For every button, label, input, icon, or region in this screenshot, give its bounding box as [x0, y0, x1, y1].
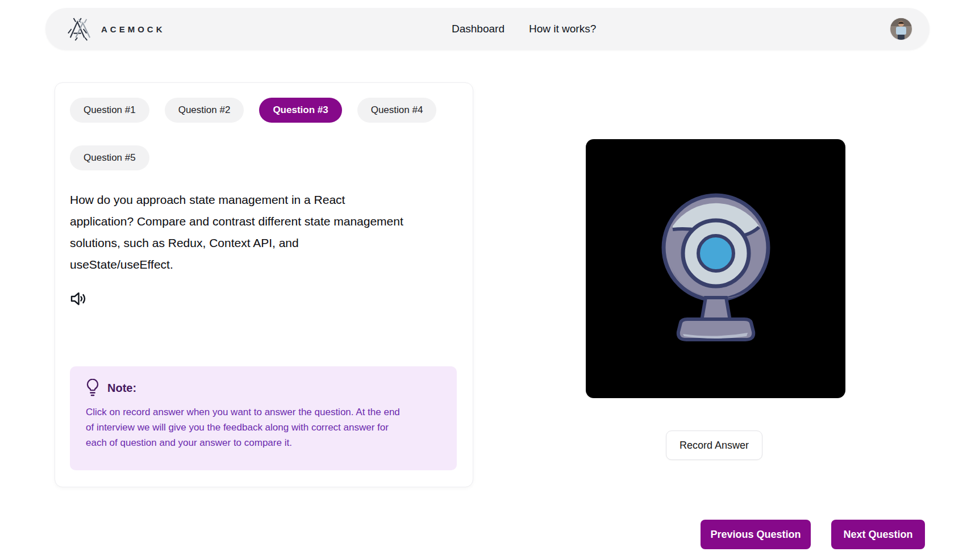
question-tab-5[interactable]: Question #5	[70, 145, 149, 170]
record-answer-button[interactable]: Record Answer	[666, 431, 762, 460]
question-tab-1[interactable]: Question #1	[70, 98, 149, 123]
question-card: Question #1 Question #2 Question #3 Ques…	[55, 82, 473, 487]
note-box: Note: Click on record answer when you wa…	[70, 366, 457, 470]
nav-link-dashboard[interactable]: Dashboard	[452, 23, 505, 35]
read-aloud-button[interactable]	[70, 291, 87, 307]
note-body: Click on record answer when you want to …	[86, 404, 441, 450]
navbar: ACEMOCK Dashboard How it works?	[45, 8, 930, 50]
question-tab-3[interactable]: Question #3	[259, 98, 341, 123]
mountain-logo-icon	[65, 17, 94, 41]
speaker-icon	[70, 291, 87, 307]
webcam-icon	[658, 191, 774, 346]
brand-logo[interactable]: ACEMOCK	[65, 17, 165, 41]
question-text: How do you approach state management in …	[70, 189, 458, 275]
nav-link-how-it-works[interactable]: How it works?	[529, 23, 596, 35]
question-tab-4[interactable]: Question #4	[357, 98, 437, 123]
next-question-button[interactable]: Next Question	[831, 520, 925, 549]
note-header: Note:	[86, 379, 441, 397]
webcam-panel	[586, 139, 845, 398]
note-title: Note:	[107, 382, 136, 395]
question-tab-2[interactable]: Question #2	[165, 98, 244, 123]
user-avatar[interactable]	[890, 18, 912, 40]
nav-links: Dashboard How it works?	[452, 8, 596, 50]
brand-name: ACEMOCK	[101, 24, 165, 34]
previous-question-button[interactable]: Previous Question	[701, 520, 811, 549]
question-tabs: Question #1 Question #2 Question #3 Ques…	[70, 98, 458, 170]
lightbulb-icon	[86, 379, 99, 397]
